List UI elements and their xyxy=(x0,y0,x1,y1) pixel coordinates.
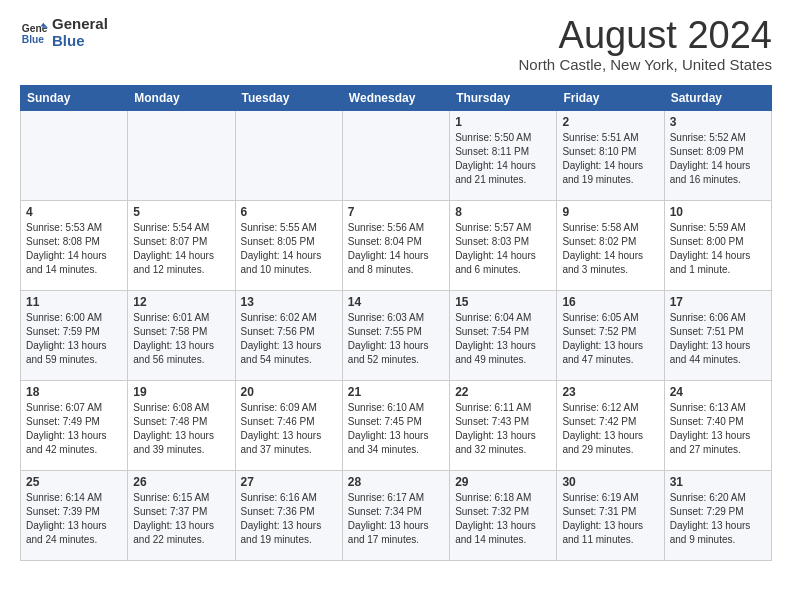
location: North Castle, New York, United States xyxy=(519,56,772,73)
day-info: Sunrise: 6:17 AM Sunset: 7:34 PM Dayligh… xyxy=(348,491,444,547)
calendar-cell: 28Sunrise: 6:17 AM Sunset: 7:34 PM Dayli… xyxy=(342,471,449,561)
day-info: Sunrise: 5:52 AM Sunset: 8:09 PM Dayligh… xyxy=(670,131,766,187)
day-info: Sunrise: 6:15 AM Sunset: 7:37 PM Dayligh… xyxy=(133,491,229,547)
calendar-week-3: 11Sunrise: 6:00 AM Sunset: 7:59 PM Dayli… xyxy=(21,291,772,381)
day-info: Sunrise: 6:11 AM Sunset: 7:43 PM Dayligh… xyxy=(455,401,551,457)
calendar-cell xyxy=(342,111,449,201)
day-number: 10 xyxy=(670,205,766,219)
calendar-cell: 23Sunrise: 6:12 AM Sunset: 7:42 PM Dayli… xyxy=(557,381,664,471)
calendar-cell: 6Sunrise: 5:55 AM Sunset: 8:05 PM Daylig… xyxy=(235,201,342,291)
calendar-week-5: 25Sunrise: 6:14 AM Sunset: 7:39 PM Dayli… xyxy=(21,471,772,561)
calendar-cell: 1Sunrise: 5:50 AM Sunset: 8:11 PM Daylig… xyxy=(450,111,557,201)
calendar-cell: 13Sunrise: 6:02 AM Sunset: 7:56 PM Dayli… xyxy=(235,291,342,381)
day-number: 12 xyxy=(133,295,229,309)
calendar-table: Sunday Monday Tuesday Wednesday Thursday… xyxy=(20,85,772,561)
day-number: 11 xyxy=(26,295,122,309)
calendar-cell: 2Sunrise: 5:51 AM Sunset: 8:10 PM Daylig… xyxy=(557,111,664,201)
calendar-cell: 25Sunrise: 6:14 AM Sunset: 7:39 PM Dayli… xyxy=(21,471,128,561)
calendar-cell: 15Sunrise: 6:04 AM Sunset: 7:54 PM Dayli… xyxy=(450,291,557,381)
day-info: Sunrise: 6:20 AM Sunset: 7:29 PM Dayligh… xyxy=(670,491,766,547)
day-number: 8 xyxy=(455,205,551,219)
day-number: 13 xyxy=(241,295,337,309)
calendar-cell: 24Sunrise: 6:13 AM Sunset: 7:40 PM Dayli… xyxy=(664,381,771,471)
day-number: 21 xyxy=(348,385,444,399)
day-info: Sunrise: 6:19 AM Sunset: 7:31 PM Dayligh… xyxy=(562,491,658,547)
day-number: 1 xyxy=(455,115,551,129)
day-info: Sunrise: 6:16 AM Sunset: 7:36 PM Dayligh… xyxy=(241,491,337,547)
day-number: 20 xyxy=(241,385,337,399)
calendar-cell: 21Sunrise: 6:10 AM Sunset: 7:45 PM Dayli… xyxy=(342,381,449,471)
day-number: 16 xyxy=(562,295,658,309)
calendar-header-row: Sunday Monday Tuesday Wednesday Thursday… xyxy=(21,86,772,111)
calendar-cell: 30Sunrise: 6:19 AM Sunset: 7:31 PM Dayli… xyxy=(557,471,664,561)
day-info: Sunrise: 5:59 AM Sunset: 8:00 PM Dayligh… xyxy=(670,221,766,277)
day-info: Sunrise: 5:53 AM Sunset: 8:08 PM Dayligh… xyxy=(26,221,122,277)
header-wednesday: Wednesday xyxy=(342,86,449,111)
logo-text-line2: Blue xyxy=(52,33,108,50)
header-sunday: Sunday xyxy=(21,86,128,111)
calendar-week-2: 4Sunrise: 5:53 AM Sunset: 8:08 PM Daylig… xyxy=(21,201,772,291)
day-info: Sunrise: 5:50 AM Sunset: 8:11 PM Dayligh… xyxy=(455,131,551,187)
svg-text:Blue: Blue xyxy=(22,34,45,45)
day-info: Sunrise: 6:03 AM Sunset: 7:55 PM Dayligh… xyxy=(348,311,444,367)
day-number: 6 xyxy=(241,205,337,219)
day-number: 29 xyxy=(455,475,551,489)
day-number: 4 xyxy=(26,205,122,219)
day-info: Sunrise: 6:10 AM Sunset: 7:45 PM Dayligh… xyxy=(348,401,444,457)
day-info: Sunrise: 6:12 AM Sunset: 7:42 PM Dayligh… xyxy=(562,401,658,457)
calendar-cell: 16Sunrise: 6:05 AM Sunset: 7:52 PM Dayli… xyxy=(557,291,664,381)
day-info: Sunrise: 6:02 AM Sunset: 7:56 PM Dayligh… xyxy=(241,311,337,367)
day-info: Sunrise: 6:05 AM Sunset: 7:52 PM Dayligh… xyxy=(562,311,658,367)
logo-icon: General Blue xyxy=(20,19,48,47)
day-number: 26 xyxy=(133,475,229,489)
calendar-cell: 7Sunrise: 5:56 AM Sunset: 8:04 PM Daylig… xyxy=(342,201,449,291)
day-number: 25 xyxy=(26,475,122,489)
day-info: Sunrise: 6:07 AM Sunset: 7:49 PM Dayligh… xyxy=(26,401,122,457)
day-number: 14 xyxy=(348,295,444,309)
calendar-cell: 22Sunrise: 6:11 AM Sunset: 7:43 PM Dayli… xyxy=(450,381,557,471)
day-info: Sunrise: 6:01 AM Sunset: 7:58 PM Dayligh… xyxy=(133,311,229,367)
calendar-cell xyxy=(235,111,342,201)
day-number: 27 xyxy=(241,475,337,489)
calendar-cell: 29Sunrise: 6:18 AM Sunset: 7:32 PM Dayli… xyxy=(450,471,557,561)
title-area: August 2024 North Castle, New York, Unit… xyxy=(519,16,772,73)
day-info: Sunrise: 5:58 AM Sunset: 8:02 PM Dayligh… xyxy=(562,221,658,277)
day-info: Sunrise: 6:18 AM Sunset: 7:32 PM Dayligh… xyxy=(455,491,551,547)
calendar-cell: 9Sunrise: 5:58 AM Sunset: 8:02 PM Daylig… xyxy=(557,201,664,291)
day-number: 5 xyxy=(133,205,229,219)
calendar-cell: 10Sunrise: 5:59 AM Sunset: 8:00 PM Dayli… xyxy=(664,201,771,291)
calendar-cell: 26Sunrise: 6:15 AM Sunset: 7:37 PM Dayli… xyxy=(128,471,235,561)
day-number: 28 xyxy=(348,475,444,489)
header-monday: Monday xyxy=(128,86,235,111)
header-thursday: Thursday xyxy=(450,86,557,111)
calendar-cell: 11Sunrise: 6:00 AM Sunset: 7:59 PM Dayli… xyxy=(21,291,128,381)
month-title: August 2024 xyxy=(519,16,772,54)
calendar-cell: 27Sunrise: 6:16 AM Sunset: 7:36 PM Dayli… xyxy=(235,471,342,561)
day-info: Sunrise: 6:09 AM Sunset: 7:46 PM Dayligh… xyxy=(241,401,337,457)
day-number: 30 xyxy=(562,475,658,489)
day-info: Sunrise: 5:56 AM Sunset: 8:04 PM Dayligh… xyxy=(348,221,444,277)
day-number: 31 xyxy=(670,475,766,489)
calendar-cell: 12Sunrise: 6:01 AM Sunset: 7:58 PM Dayli… xyxy=(128,291,235,381)
header-saturday: Saturday xyxy=(664,86,771,111)
day-number: 23 xyxy=(562,385,658,399)
day-number: 17 xyxy=(670,295,766,309)
day-info: Sunrise: 6:14 AM Sunset: 7:39 PM Dayligh… xyxy=(26,491,122,547)
calendar-cell: 31Sunrise: 6:20 AM Sunset: 7:29 PM Dayli… xyxy=(664,471,771,561)
page-header: General Blue General Blue August 2024 No… xyxy=(20,16,772,73)
day-info: Sunrise: 5:51 AM Sunset: 8:10 PM Dayligh… xyxy=(562,131,658,187)
day-number: 24 xyxy=(670,385,766,399)
day-number: 9 xyxy=(562,205,658,219)
calendar-cell: 3Sunrise: 5:52 AM Sunset: 8:09 PM Daylig… xyxy=(664,111,771,201)
header-tuesday: Tuesday xyxy=(235,86,342,111)
calendar-cell xyxy=(128,111,235,201)
day-info: Sunrise: 6:00 AM Sunset: 7:59 PM Dayligh… xyxy=(26,311,122,367)
calendar-cell: 8Sunrise: 5:57 AM Sunset: 8:03 PM Daylig… xyxy=(450,201,557,291)
calendar-week-4: 18Sunrise: 6:07 AM Sunset: 7:49 PM Dayli… xyxy=(21,381,772,471)
day-info: Sunrise: 6:13 AM Sunset: 7:40 PM Dayligh… xyxy=(670,401,766,457)
day-number: 2 xyxy=(562,115,658,129)
logo-text-line1: General xyxy=(52,16,108,33)
calendar-cell: 20Sunrise: 6:09 AM Sunset: 7:46 PM Dayli… xyxy=(235,381,342,471)
day-number: 3 xyxy=(670,115,766,129)
calendar-week-1: 1Sunrise: 5:50 AM Sunset: 8:11 PM Daylig… xyxy=(21,111,772,201)
